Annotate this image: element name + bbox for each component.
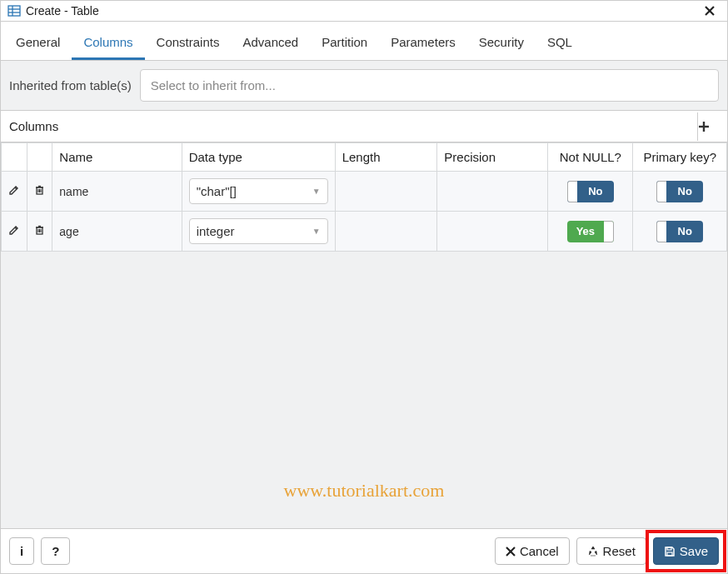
- column-name-cell[interactable]: name: [52, 172, 182, 212]
- datatype-select[interactable]: "char"[]▼: [189, 178, 328, 204]
- save-label: Save: [680, 544, 708, 558]
- tabbar: General Columns Constraints Advanced Par…: [1, 22, 727, 61]
- grid-header-name: Name: [52, 143, 182, 172]
- length-cell[interactable]: [335, 172, 437, 212]
- reset-button[interactable]: Reset: [576, 537, 646, 565]
- tab-partition[interactable]: Partition: [310, 28, 379, 60]
- delete-row-button[interactable]: [31, 184, 49, 196]
- inherit-label: Inherited from table(s): [9, 78, 132, 92]
- close-button[interactable]: [699, 5, 721, 17]
- grid-header-length: Length: [335, 143, 437, 172]
- dialog-title: Create - Table: [26, 4, 699, 17]
- chevron-down-icon: ▼: [312, 227, 321, 236]
- create-table-dialog: Create - Table General Columns Constrain…: [0, 0, 728, 574]
- datatype-select[interactable]: integer▼: [189, 218, 328, 244]
- inherit-row: Inherited from table(s) Select to inheri…: [1, 61, 727, 110]
- tab-advanced[interactable]: Advanced: [231, 28, 310, 60]
- columns-section-header: Columns: [1, 110, 727, 142]
- delete-row-button[interactable]: [31, 224, 49, 236]
- precision-cell[interactable]: [437, 172, 548, 212]
- toggle-switch[interactable]: No: [656, 181, 703, 202]
- tab-constraints[interactable]: Constraints: [145, 28, 232, 60]
- titlebar: Create - Table: [1, 1, 727, 22]
- add-column-button[interactable]: [697, 112, 727, 141]
- cancel-button[interactable]: Cancel: [495, 537, 570, 565]
- toggle-switch[interactable]: No: [656, 221, 703, 242]
- toggle-switch[interactable]: No: [567, 181, 614, 202]
- columns-section-label: Columns: [1, 111, 697, 142]
- columns-grid: Name Data type Length Precision Not NULL…: [1, 142, 727, 252]
- grid-header-datatype: Data type: [182, 143, 335, 172]
- inherit-select[interactable]: Select to inherit from...: [140, 69, 719, 102]
- tab-general[interactable]: General: [4, 28, 72, 60]
- svg-rect-0: [8, 6, 20, 16]
- length-cell[interactable]: [335, 212, 437, 252]
- table-icon: [7, 4, 21, 17]
- reset-label: Reset: [603, 544, 636, 558]
- tab-columns[interactable]: Columns: [72, 28, 144, 60]
- grid-header-precision: Precision: [437, 143, 548, 172]
- edit-row-button[interactable]: [5, 184, 23, 196]
- svg-rect-25: [667, 552, 672, 556]
- column-name-cell[interactable]: age: [52, 212, 182, 252]
- cancel-label: Cancel: [520, 544, 559, 558]
- info-button[interactable]: i: [9, 537, 34, 565]
- chevron-down-icon: ▼: [312, 187, 321, 196]
- save-icon: [664, 546, 676, 557]
- tab-sql[interactable]: SQL: [536, 28, 584, 60]
- toggle-switch[interactable]: Yes: [567, 221, 614, 242]
- table-row: ageinteger▼YesNo: [2, 212, 727, 252]
- tab-security[interactable]: Security: [467, 28, 536, 60]
- close-icon: [506, 547, 516, 557]
- svg-rect-24: [667, 547, 671, 550]
- dialog-footer: i ? Cancel Reset Save: [1, 528, 727, 573]
- tab-content: Inherited from table(s) Select to inheri…: [1, 61, 727, 528]
- edit-row-button[interactable]: [5, 224, 23, 236]
- recycle-icon: [587, 546, 599, 557]
- precision-cell[interactable]: [437, 212, 548, 252]
- grid-header-pk: Primary key?: [633, 143, 727, 172]
- tab-parameters[interactable]: Parameters: [379, 28, 467, 60]
- help-button[interactable]: ?: [41, 537, 70, 565]
- table-row: name"char"[]▼NoNo: [2, 172, 727, 212]
- save-button[interactable]: Save: [653, 537, 719, 565]
- grid-header-notnull: Not NULL?: [548, 143, 633, 172]
